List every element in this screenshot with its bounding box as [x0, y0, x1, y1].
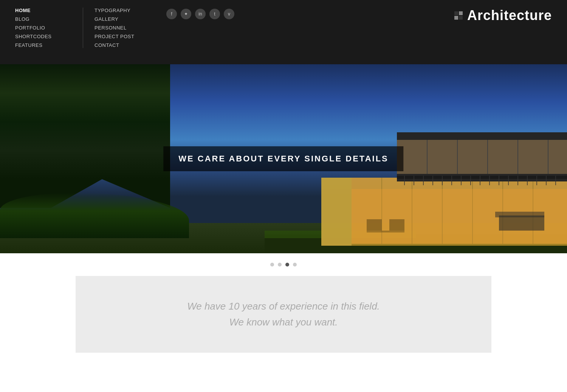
hero-caption: WE CARE ABOUT EVERY SINGLE DETAILS [163, 146, 403, 171]
tagline-line2: We know what you want. [229, 316, 338, 328]
svg-rect-40 [499, 215, 544, 231]
logo-icon [454, 11, 463, 20]
slider-dot-2[interactable] [278, 263, 282, 266]
logo-text: Architecture [467, 8, 552, 23]
nav-personnel[interactable]: PERSONNEL [94, 25, 151, 31]
trees-decoration [0, 64, 170, 208]
svg-rect-38 [389, 219, 404, 231]
social-icons: f ✦ in t v [166, 9, 234, 19]
nav-blog[interactable]: BLOG [15, 16, 71, 22]
tagline-section: We have 10 years of experience in this f… [76, 276, 491, 353]
nav-typography[interactable]: TYPOGRAPHY [94, 8, 151, 13]
facebook-icon[interactable]: f [166, 9, 177, 19]
logo-sq-1 [454, 11, 458, 15]
building-svg [265, 102, 567, 253]
nav-left: HOME BLOG PORTFOLIO SHORTCODES FEATURES [15, 8, 83, 48]
header: HOME BLOG PORTFOLIO SHORTCODES FEATURES … [0, 0, 567, 64]
linkedin-icon[interactable]: in [195, 9, 206, 19]
tagline-text: We have 10 years of experience in this f… [91, 299, 476, 330]
nav-home[interactable]: HOME [15, 8, 71, 13]
nav-contact[interactable]: CONTACT [94, 42, 151, 48]
logo-sq-4 [459, 16, 463, 20]
nav-right: TYPOGRAPHY GALLERY PERSONNEL PROJECT POS… [83, 8, 151, 48]
hero-section: WE CARE ABOUT EVERY SINGLE DETAILS [0, 64, 567, 253]
svg-rect-41 [495, 212, 544, 217]
slider-dot-4[interactable] [293, 263, 297, 266]
nav-project-post[interactable]: PROJECT POST [94, 34, 151, 39]
svg-rect-37 [367, 219, 382, 231]
flickr-icon[interactable]: ✦ [181, 9, 191, 19]
tagline-line1: We have 10 years of experience in this f… [187, 301, 380, 312]
nav-gallery[interactable]: GALLERY [94, 16, 151, 22]
slider-dots [0, 253, 567, 276]
slider-dot-3[interactable] [285, 263, 289, 266]
nav-portfolio[interactable]: PORTFOLIO [15, 25, 71, 31]
vimeo-icon[interactable]: v [224, 9, 234, 19]
nav-shortcodes[interactable]: SHORTCODES [15, 34, 71, 39]
hero-caption-text: WE CARE ABOUT EVERY SINGLE DETAILS [178, 154, 388, 163]
svg-rect-19 [397, 176, 567, 179]
logo-sq-2 [459, 11, 463, 15]
slider-dot-1[interactable] [270, 263, 274, 266]
svg-rect-39 [367, 231, 404, 232]
nav-features[interactable]: FEATURES [15, 42, 71, 48]
tagline-wrapper: We have 10 years of experience in this f… [0, 276, 567, 353]
twitter-icon[interactable]: t [209, 9, 220, 19]
svg-rect-3 [321, 178, 352, 246]
logo: Architecture [454, 8, 552, 23]
svg-rect-13 [397, 140, 567, 174]
logo-sq-3 [454, 16, 458, 20]
